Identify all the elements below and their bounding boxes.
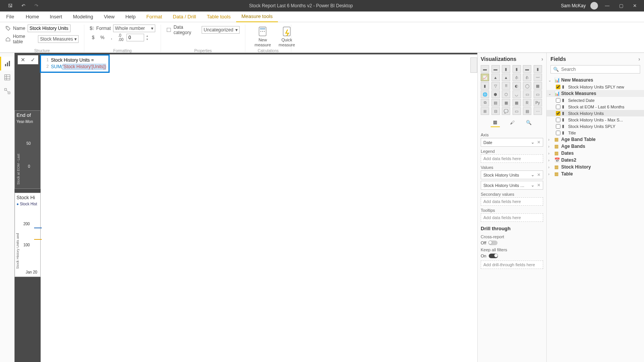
field-row[interactable]: ▮Stock at EOM - Last 6 Months	[547, 103, 644, 110]
tab-home[interactable]: Home	[20, 11, 44, 22]
viz-table[interactable]: ▦	[502, 99, 510, 106]
viz-matrix[interactable]: ▦	[513, 99, 521, 106]
viz-scatter[interactable]: ⠿	[502, 82, 510, 90]
axis-well[interactable]: Date⌄ ✕	[481, 138, 543, 147]
viz-clustered-bar[interactable]: ▬	[491, 65, 500, 73]
format-select[interactable]: Whole number▾	[113, 25, 155, 32]
viz-paginated[interactable]: ▤	[523, 107, 531, 115]
viz-100-bar[interactable]: ▬	[523, 65, 531, 73]
search-input[interactable]	[561, 67, 637, 72]
legend-well[interactable]: Add data fields here	[481, 154, 543, 163]
chevron-right-icon[interactable]: ›	[638, 56, 640, 62]
field-checkbox[interactable]	[556, 124, 560, 129]
viz-funnel[interactable]: ▽	[491, 82, 500, 90]
tab-help[interactable]: Help	[120, 11, 141, 22]
table-row[interactable]: ›▦Stock History	[547, 164, 644, 170]
field-checkbox[interactable]	[556, 98, 560, 103]
close-icon[interactable]: ✕	[630, 3, 639, 8]
viz-line[interactable]: 📈	[481, 74, 489, 81]
report-view-button[interactable]	[0, 57, 14, 70]
viz-stacked-area[interactable]: ▲	[502, 74, 510, 81]
new-measure-button[interactable]: New measure	[251, 25, 275, 52]
field-row[interactable]: ▮Selected Date	[547, 97, 644, 103]
viz-map[interactable]: 🌐	[481, 90, 489, 98]
fields-search[interactable]: 🔍	[550, 65, 640, 74]
viz-waterfall[interactable]: ▮	[481, 82, 489, 90]
quick-measure-button[interactable]: Quick measure	[275, 25, 299, 52]
home-table-select[interactable]: Stock Measures▾	[38, 35, 79, 43]
table-row[interactable]: ›📅Dates2	[547, 157, 644, 164]
viz-donut[interactable]: ◯	[523, 82, 531, 90]
currency-button[interactable]: $	[90, 34, 97, 41]
tab-view[interactable]: View	[99, 11, 120, 22]
field-row[interactable]: ▮Stock History Units - Max S...	[547, 116, 644, 123]
user-avatar[interactable]	[590, 2, 598, 10]
spinner-up[interactable]: ▴	[146, 34, 148, 38]
data-view-button[interactable]	[0, 70, 14, 84]
field-checkbox[interactable]	[556, 105, 560, 109]
viz-multi-card[interactable]: ▭	[534, 90, 542, 98]
viz-clustered-col[interactable]: ▮	[513, 65, 521, 73]
table-row[interactable]: ›▦Age Bands	[547, 143, 644, 150]
redo-icon[interactable]: ↷	[32, 3, 41, 8]
table-row[interactable]: ›▦Table	[547, 170, 644, 177]
viz-treemap[interactable]: ▦	[534, 82, 542, 90]
viz-line-col2[interactable]: ⫛	[523, 74, 531, 81]
viz-decomp[interactable]: ⊟	[491, 107, 500, 115]
viz-shape-map[interactable]: ⬡	[502, 90, 510, 98]
canvas[interactable]: ✕ ✓ 1Stock History Units = 2SUM('Stock H…	[15, 53, 477, 362]
table-row[interactable]: ›▦Age Band Table	[547, 136, 644, 143]
keep-filters-toggle[interactable]: On	[481, 254, 543, 258]
user-name[interactable]: Sam McKay	[561, 3, 586, 8]
remove-field[interactable]: ✕	[537, 183, 540, 187]
secondary-well[interactable]: Add data fields here	[481, 197, 543, 206]
remove-field[interactable]: ✕	[537, 140, 540, 144]
model-view-button[interactable]	[0, 84, 14, 98]
values-well-2[interactable]: Stock History Units SPLY⌄ ✕	[481, 181, 543, 190]
spinner-down[interactable]: ▾	[146, 38, 148, 41]
field-checkbox[interactable]	[556, 111, 560, 116]
fields-mode[interactable]: ▦	[491, 118, 500, 127]
undo-icon[interactable]: ↶	[19, 3, 28, 8]
tab-insert[interactable]: Insert	[44, 11, 68, 22]
comma-button[interactable]: ,	[108, 34, 115, 41]
viz-line-col[interactable]: ⫛	[513, 74, 521, 81]
decimal-button[interactable]: .0.00	[117, 34, 124, 41]
chevron-right-icon[interactable]: ›	[541, 56, 543, 62]
viz-py[interactable]: Py	[534, 99, 542, 106]
format-mode[interactable]: 🖌	[508, 118, 517, 127]
field-row[interactable]: ▮Stock History Units	[547, 110, 644, 116]
viz-stacked-col[interactable]: ▮	[502, 65, 510, 73]
viz-more[interactable]: ⋯	[534, 107, 542, 115]
category-select[interactable]: Uncategorized▾	[202, 26, 240, 34]
minimize-icon[interactable]: —	[603, 3, 612, 8]
field-row[interactable]: ▮Title	[547, 129, 644, 136]
save-icon[interactable]: 🖫	[6, 3, 15, 8]
tab-measure-tools[interactable]: Measure tools	[236, 11, 278, 22]
viz-kpi[interactable]: ⧉	[481, 99, 489, 106]
field-row[interactable]: ▮Stock History Units SPLY	[547, 123, 644, 129]
drill-well[interactable]: Add drill-through fields here	[481, 260, 543, 269]
analytics-mode[interactable]: 🔍	[524, 118, 534, 127]
table-row[interactable]: ⌄📊New Measures	[547, 77, 644, 84]
tab-data-drill[interactable]: Data / Drill	[168, 11, 202, 22]
table-row[interactable]: ›▦Dates	[547, 150, 644, 157]
viz-100-col[interactable]: ▮	[534, 65, 542, 73]
viz-gauge[interactable]: ◡	[513, 90, 521, 98]
table-row[interactable]: ⌄📊Stock Measures	[547, 90, 644, 97]
formula-cancel[interactable]: ✕	[18, 56, 28, 64]
percent-button[interactable]: %	[99, 34, 106, 41]
field-checkbox[interactable]	[556, 118, 560, 122]
tab-format[interactable]: Format	[141, 11, 168, 22]
viz-ribbon[interactable]: 〰	[534, 74, 542, 81]
viz-pie[interactable]: ◐	[513, 82, 521, 90]
name-input[interactable]	[28, 25, 71, 32]
remove-field[interactable]: ✕	[537, 172, 540, 177]
visual-2[interactable]: Stock Hi ● Stock Hist Stock History Unit…	[15, 193, 41, 277]
formula-editor[interactable]: 1Stock History Units = 2SUM('Stock Histo…	[40, 54, 110, 73]
viz-slicer[interactable]: ▤	[491, 99, 500, 106]
viz-filled-map[interactable]: ⬢	[491, 90, 500, 98]
formula-commit[interactable]: ✓	[28, 56, 38, 64]
field-checkbox[interactable]	[556, 85, 560, 89]
viz-qa[interactable]: 💬	[502, 107, 510, 115]
